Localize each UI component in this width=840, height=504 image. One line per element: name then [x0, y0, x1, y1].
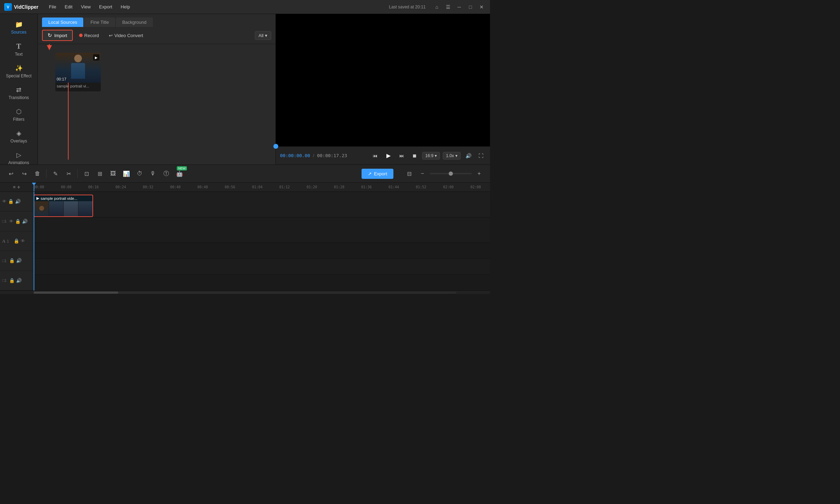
text-track-icon: A	[2, 238, 5, 244]
zoom-slider[interactable]	[430, 173, 472, 174]
record-button[interactable]: Record	[76, 31, 103, 40]
stop-button[interactable]: ⏹	[410, 151, 419, 161]
menu-export[interactable]: Export	[96, 3, 116, 11]
audio-icon-audio1[interactable]: 🔊	[16, 258, 22, 263]
toolbar-separator-1	[46, 169, 47, 178]
add-track-icon: ≡	[13, 184, 16, 190]
window-controls: ⌂ ☰ ─ □ ✕	[433, 3, 486, 11]
track-ctrl-main-video: 👁 🔒 🔊	[0, 192, 33, 211]
eye-icon-text[interactable]: 👁	[21, 238, 25, 244]
preview-playhead-dot	[273, 144, 278, 149]
ruler-mark-7: 00:56	[225, 185, 252, 189]
zoom-slider-thumb[interactable]	[449, 172, 453, 176]
export-button[interactable]: ↗ Export	[362, 169, 393, 179]
aspect-ratio-chevron-icon: ▾	[435, 153, 437, 158]
speed-select[interactable]: 1.0x ▾	[443, 152, 461, 160]
cut-button[interactable]: ✂	[63, 168, 75, 180]
tab-background[interactable]: Background	[116, 18, 153, 27]
sidebar-item-sources[interactable]: 📁 Sources	[2, 17, 35, 38]
ruler-mark-4: 00:32	[143, 185, 170, 189]
aspect-ratio-select[interactable]: 16:9 ▾	[422, 152, 440, 160]
eye-icon-main[interactable]: 👁	[2, 199, 7, 204]
sidebar-label-sources: Sources	[11, 30, 26, 35]
audio-icon-v2[interactable]: 🔊	[22, 219, 28, 224]
fit-timeline-button[interactable]: ⊟	[403, 168, 415, 180]
fullscreen-button[interactable]: ⛶	[476, 151, 486, 161]
main-video-track: ▶ sample portrait vide...	[34, 192, 490, 217]
crop-button[interactable]: ⊡	[80, 168, 92, 180]
annotation-arrow	[44, 44, 55, 51]
source-panel: Local Sources Fine Title Background ↻ Im…	[38, 14, 276, 164]
prev-frame-button[interactable]: ⏮	[370, 151, 380, 161]
mic-button[interactable]: 🎙	[147, 168, 159, 180]
sidebar-item-transitions[interactable]: ⇄ Transitions	[2, 83, 35, 104]
audio-icon-main[interactable]: 🔊	[15, 199, 21, 204]
ruler-marks: 00:00 00:08 00:16 00:24 00:32 00:40 00:4…	[34, 185, 490, 189]
sidebar-label-transitions: Transitions	[8, 95, 29, 100]
scrollbar-thumb[interactable]	[34, 292, 118, 294]
sidebar-item-special-effect[interactable]: ✨ Special Effect	[2, 61, 35, 82]
video-clip-label: ▶ sample portrait vide...	[34, 195, 92, 201]
logo-icon: V	[4, 3, 12, 11]
video-clip-main[interactable]: ▶ sample portrait vide...	[34, 195, 93, 217]
sidebar-item-overlays[interactable]: ◈ Overlays	[2, 126, 35, 147]
zoom-in-button[interactable]: +	[473, 168, 485, 180]
lock-icon-v2[interactable]: 🔒	[15, 219, 21, 224]
tab-local-sources[interactable]: Local Sources	[42, 18, 83, 27]
ruler-mark-14: 01:52	[416, 185, 443, 189]
time-separator: /	[313, 153, 314, 158]
thumb-duration: 00:17	[57, 77, 66, 81]
menu-view[interactable]: View	[77, 3, 94, 11]
filter-dropdown[interactable]: All ▾	[255, 31, 271, 40]
sidebar-item-filters[interactable]: ⬡ Filters	[2, 104, 35, 125]
close-button[interactable]: ✕	[477, 3, 486, 11]
sidebar: 📁 Sources T Text ✨ Special Effect ⇄ Tran…	[0, 14, 38, 164]
text-overlay-button[interactable]: Ⓣ	[160, 168, 172, 180]
menu-button[interactable]: ☰	[444, 3, 452, 11]
last-saved: Last saved at 20:11	[389, 5, 426, 9]
menu-edit[interactable]: Edit	[61, 3, 76, 11]
source-content: ▶ 00:17 sample portrait vi...	[38, 44, 275, 164]
volume-button[interactable]: 🔊	[463, 151, 473, 161]
export-label: Export	[374, 171, 387, 176]
delete-button[interactable]: 🗑	[31, 168, 43, 180]
video-convert-button[interactable]: ↩ Video Convert	[105, 31, 147, 40]
image-button[interactable]: 🖼	[107, 168, 119, 180]
import-icon: ↻	[48, 32, 52, 38]
audio-icon-audio2[interactable]: 🔊	[16, 278, 22, 283]
menu-bar: File Edit View Export Help	[46, 3, 134, 11]
eye-icon-v2[interactable]: 👁	[9, 219, 14, 224]
zoom-out-button[interactable]: −	[416, 168, 428, 180]
split-button[interactable]: ⊞	[94, 168, 106, 180]
next-frame-button[interactable]: ⏭	[397, 151, 407, 161]
lock-icon-main[interactable]: 🔒	[8, 199, 14, 204]
minimize-button[interactable]: ─	[455, 3, 463, 11]
chart-button[interactable]: 📊	[120, 168, 132, 180]
add-track-button[interactable]: ≡ +	[13, 184, 20, 190]
sidebar-item-text[interactable]: T Text	[2, 39, 35, 60]
import-button[interactable]: ↻ Import	[42, 30, 73, 41]
timeline-connect-line	[68, 83, 69, 160]
lock-icon-text[interactable]: 🔒	[14, 238, 19, 244]
maximize-button[interactable]: □	[466, 3, 475, 11]
home-button[interactable]: ⌂	[433, 3, 441, 11]
menu-help[interactable]: Help	[117, 3, 134, 11]
edit-button[interactable]: ✎	[49, 168, 61, 180]
speed-value: 1.0x	[446, 153, 454, 158]
undo-button[interactable]: ↩	[5, 168, 17, 180]
redo-button[interactable]: ↪	[18, 168, 30, 180]
media-item-sample-portrait[interactable]: ▶ 00:17 sample portrait vi...	[55, 53, 101, 91]
ai-button-wrap: 🤖 NEW	[174, 168, 186, 180]
menu-file[interactable]: File	[46, 3, 60, 11]
play-button[interactable]: ▶	[383, 150, 394, 161]
record-label: Record	[84, 33, 99, 38]
timeline-scrollbar[interactable]	[0, 290, 490, 294]
lock-icon-audio1[interactable]: 🔒	[9, 258, 15, 263]
filters-icon: ⬡	[16, 108, 22, 115]
clock-button[interactable]: ⏱	[134, 168, 146, 180]
tab-fine-title[interactable]: Fine Title	[84, 18, 115, 27]
sidebar-label-filters: Filters	[13, 117, 24, 122]
lock-icon-audio2[interactable]: 🔒	[9, 278, 15, 283]
convert-icon: ↩	[109, 33, 113, 38]
ruler-mark-10: 01:20	[307, 185, 334, 189]
